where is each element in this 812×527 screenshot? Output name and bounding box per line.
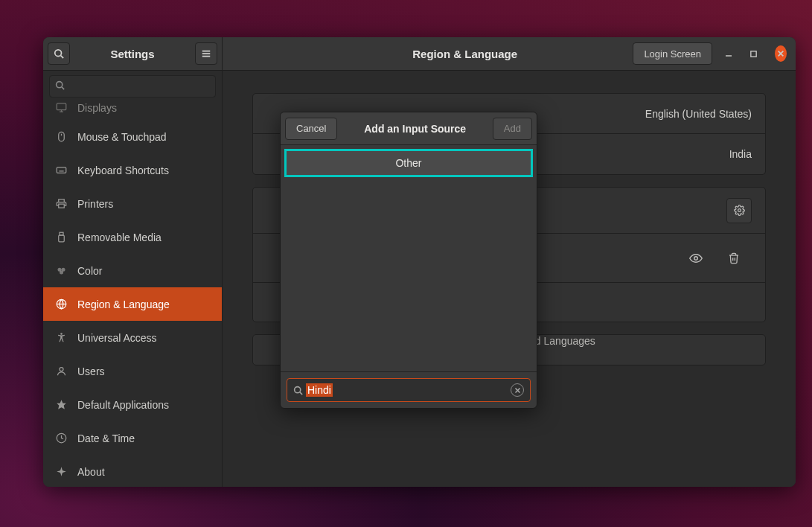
clock-icon xyxy=(55,432,67,444)
svg-marker-32 xyxy=(57,470,66,473)
sidebar-item-label: Displays xyxy=(77,102,117,114)
dialog-header: Cancel Add an Input Source Add xyxy=(281,112,537,145)
search-icon xyxy=(293,386,303,395)
sidebar-item-label: Keyboard Shortcuts xyxy=(77,165,169,176)
svg-point-28 xyxy=(60,368,63,371)
search-icon xyxy=(55,80,65,90)
search-icon xyxy=(54,48,64,59)
sidebar-search-area xyxy=(43,71,222,102)
sidebar-item-label: Removable Media xyxy=(77,231,162,243)
svg-line-1 xyxy=(61,56,64,59)
add-button[interactable]: Add xyxy=(493,118,532,140)
search-button[interactable] xyxy=(48,42,70,65)
sidebar-title: Settings xyxy=(70,48,195,60)
login-screen-button[interactable]: Login Screen xyxy=(633,42,712,65)
svg-rect-7 xyxy=(57,103,66,110)
sidebar-item-default-applications[interactable]: Default Applications xyxy=(43,388,222,421)
minimize-button[interactable] xyxy=(724,49,736,58)
close-icon xyxy=(514,387,521,394)
sidebar-item-date-time[interactable]: Date & Time xyxy=(43,421,222,455)
maximize-button[interactable] xyxy=(749,50,761,58)
svg-point-38 xyxy=(694,256,698,260)
remove-button[interactable] xyxy=(728,252,752,264)
close-button[interactable] xyxy=(775,45,787,62)
display-icon xyxy=(55,102,67,113)
globe-icon xyxy=(55,298,67,310)
source-list-item-other[interactable]: Other xyxy=(284,149,533,177)
sidebar-item-universal-access[interactable]: Universal Access xyxy=(43,321,222,354)
hamburger-button[interactable] xyxy=(195,42,217,65)
sidebar-item-label: Mouse & Touchpad xyxy=(77,131,167,143)
sidebar-item-label: Printers xyxy=(77,198,113,210)
usb-icon xyxy=(55,231,67,243)
svg-point-0 xyxy=(55,50,62,57)
sidebar-item-displays[interactable]: Displays xyxy=(43,102,222,120)
trash-icon xyxy=(728,252,752,264)
svg-point-5 xyxy=(57,82,63,88)
sidebar-item-removable-media[interactable]: Removable Media xyxy=(43,220,222,254)
svg-rect-12 xyxy=(57,167,66,173)
gear-icon xyxy=(734,205,745,216)
preview-button[interactable] xyxy=(689,252,713,265)
printer-icon xyxy=(55,198,67,209)
search-input-value: Hindi xyxy=(306,383,333,397)
content-header: Region & Language Login Screen xyxy=(223,37,796,71)
formats-value: India xyxy=(729,148,752,160)
dialog-title: Add an Input Source xyxy=(337,123,492,135)
sidebar-item-label: Date & Time xyxy=(77,432,135,444)
sidebar-item-color[interactable]: Color xyxy=(43,254,222,287)
svg-point-37 xyxy=(738,209,741,212)
sidebar-item-mouse-touchpad[interactable]: Mouse & Touchpad xyxy=(43,120,222,153)
svg-line-40 xyxy=(300,392,302,394)
eye-icon xyxy=(689,252,713,265)
source-list: Other xyxy=(281,145,537,371)
mouse-icon xyxy=(55,131,67,142)
options-button[interactable] xyxy=(726,198,752,223)
svg-rect-19 xyxy=(58,199,64,202)
user-icon xyxy=(55,365,67,377)
sidebar-item-printers[interactable]: Printers xyxy=(43,187,222,220)
plus-icon xyxy=(55,466,67,477)
svg-line-6 xyxy=(62,87,64,89)
svg-point-27 xyxy=(60,333,63,335)
svg-rect-21 xyxy=(58,235,64,242)
svg-marker-29 xyxy=(57,400,66,409)
keyboard-icon xyxy=(55,165,67,176)
sidebar-item-label: Region & Language xyxy=(77,298,170,310)
star-icon xyxy=(55,399,67,410)
page-title: Region & Language xyxy=(297,48,633,60)
sidebar-item-region-language[interactable]: Region & Language xyxy=(43,287,222,321)
sidebar-header: Settings xyxy=(43,37,222,71)
svg-rect-34 xyxy=(751,51,756,56)
svg-rect-10 xyxy=(58,132,64,141)
svg-rect-18 xyxy=(58,204,64,208)
svg-point-24 xyxy=(60,271,63,275)
color-icon xyxy=(55,265,67,276)
sidebar: Settings DisplaysMouse & TouchpadKeyboar… xyxy=(43,37,223,487)
sidebar-search-input[interactable] xyxy=(49,75,216,98)
sidebar-list: DisplaysMouse & TouchpadKeyboard Shortcu… xyxy=(43,102,222,487)
cancel-button[interactable]: Cancel xyxy=(285,118,337,140)
add-input-source-dialog: Cancel Add an Input Source Add Other Hin… xyxy=(280,112,537,409)
hamburger-icon xyxy=(201,48,211,59)
sidebar-item-about[interactable]: About xyxy=(43,455,222,487)
svg-point-39 xyxy=(295,386,301,392)
language-value: English (United States) xyxy=(645,108,752,120)
sidebar-item-label: Universal Access xyxy=(77,332,157,344)
dialog-search-field[interactable]: Hindi xyxy=(287,378,531,402)
sidebar-item-users[interactable]: Users xyxy=(43,354,222,388)
accessibility-icon xyxy=(55,332,67,343)
settings-window: Settings DisplaysMouse & TouchpadKeyboar… xyxy=(43,37,796,487)
clear-search-button[interactable] xyxy=(511,383,524,397)
sidebar-item-label: Default Applications xyxy=(77,399,169,411)
sidebar-item-label: Users xyxy=(77,365,105,377)
sidebar-item-label: Color xyxy=(77,265,102,277)
sidebar-item-label: About xyxy=(77,466,105,478)
sidebar-item-keyboard-shortcuts[interactable]: Keyboard Shortcuts xyxy=(43,153,222,187)
dialog-search-area: Hindi xyxy=(281,371,537,408)
window-controls xyxy=(724,45,787,62)
